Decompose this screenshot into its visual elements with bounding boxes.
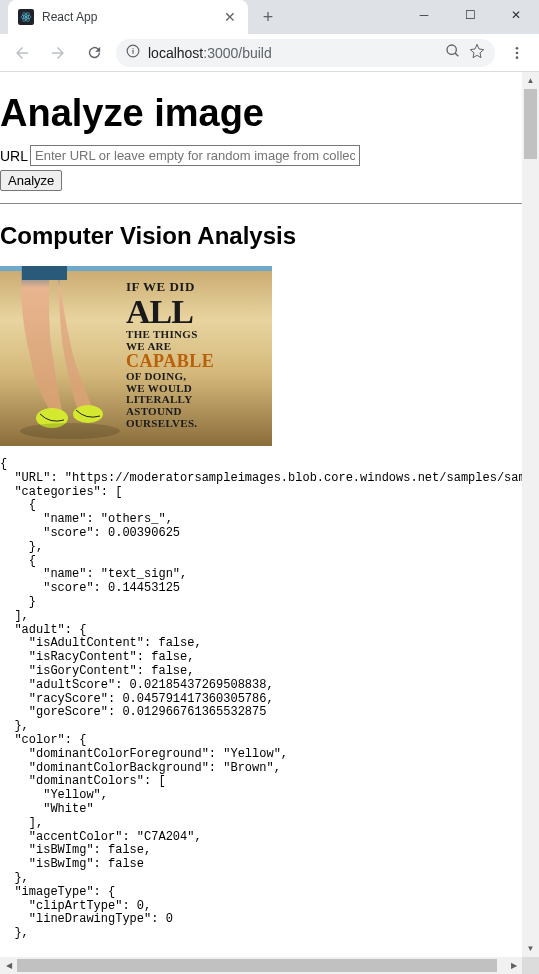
browser-toolbar: localhost:3000/build — [0, 34, 539, 72]
close-window-button[interactable]: ✕ — [493, 0, 539, 30]
svg-point-11 — [516, 56, 519, 59]
url-field-label: URL — [0, 148, 28, 164]
address-bar[interactable]: localhost:3000/build — [116, 39, 495, 67]
horizontal-scroll-thumb[interactable] — [17, 959, 497, 972]
vertical-scrollbar[interactable]: ▲ ▼ — [522, 72, 539, 957]
svg-point-9 — [516, 47, 519, 50]
react-favicon — [18, 9, 34, 25]
scroll-right-button[interactable]: ▶ — [505, 957, 522, 974]
minimize-button[interactable]: ─ — [401, 0, 447, 30]
maximize-button[interactable]: ☐ — [447, 0, 493, 30]
image-quote-text: IF WE DID ALL THE THINGS WE ARE CAPABLE … — [126, 280, 256, 429]
site-info-icon[interactable] — [126, 44, 140, 61]
tab-close-icon[interactable]: ✕ — [222, 9, 238, 25]
scroll-up-button[interactable]: ▲ — [522, 72, 539, 89]
scroll-left-button[interactable]: ◀ — [0, 957, 17, 974]
horizontal-scrollbar[interactable]: ◀ ▶ — [0, 957, 522, 974]
vertical-scroll-thumb[interactable] — [524, 89, 537, 159]
analyze-button[interactable]: Analyze — [0, 170, 62, 191]
svg-line-8 — [455, 53, 458, 56]
svg-point-16 — [20, 423, 120, 439]
divider — [0, 203, 522, 204]
svg-rect-13 — [22, 266, 67, 280]
browser-tab[interactable]: React App ✕ — [8, 0, 248, 34]
back-button[interactable] — [8, 39, 36, 67]
scroll-corner — [522, 957, 539, 974]
svg-point-15 — [73, 405, 103, 423]
reload-button[interactable] — [80, 39, 108, 67]
window-controls: ─ ☐ ✕ — [401, 0, 539, 30]
url-input[interactable] — [30, 145, 360, 166]
page-viewport: Analyze image URL Analyze Computer Visio… — [0, 72, 522, 957]
bookmark-star-icon[interactable] — [469, 43, 485, 62]
browser-titlebar: React App ✕ + ─ ☐ ✕ — [0, 0, 539, 34]
new-tab-button[interactable]: + — [254, 3, 282, 31]
forward-button[interactable] — [44, 39, 72, 67]
svg-point-0 — [25, 16, 27, 18]
analysis-heading: Computer Vision Analysis — [0, 222, 522, 250]
scroll-down-button[interactable]: ▼ — [522, 940, 539, 957]
tab-title: React App — [42, 10, 214, 24]
url-text: localhost:3000/build — [148, 45, 437, 61]
zoom-icon[interactable] — [445, 43, 461, 62]
browser-menu-button[interactable] — [503, 39, 531, 67]
svg-point-10 — [516, 51, 519, 54]
page-heading: Analyze image — [0, 92, 522, 135]
analyzed-image: IF WE DID ALL THE THINGS WE ARE CAPABLE … — [0, 266, 272, 446]
svg-point-7 — [447, 45, 456, 54]
analysis-json-output: { "URL": "https://moderatorsampleimages.… — [0, 458, 522, 941]
